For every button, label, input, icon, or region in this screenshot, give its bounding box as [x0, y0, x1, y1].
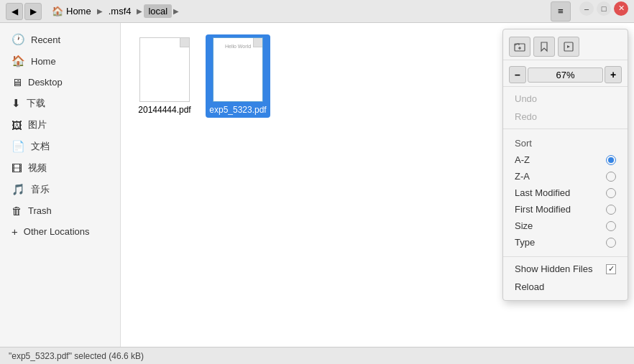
- zoom-level: 67%: [528, 67, 603, 83]
- sort-type-label: Type: [515, 237, 535, 248]
- home-sidebar-icon: 🏠: [12, 55, 25, 67]
- sort-section: Sort A-Z Z-A Last Modified First Modifi: [503, 132, 628, 253]
- bookmark-icon-button[interactable]: [533, 37, 555, 57]
- home-icon: 🏠: [52, 6, 63, 17]
- sort-option-first-mod[interactable]: First Modified: [503, 201, 628, 218]
- sort-za-label: Z-A: [515, 171, 530, 182]
- sort-last-mod-radio: [606, 188, 616, 198]
- sidebar-label-home: Home: [31, 56, 56, 67]
- sidebar-label-pictures: 图片: [28, 118, 47, 131]
- sidebar-item-recent[interactable]: 🕐 Recent: [0, 29, 120, 50]
- forward-button[interactable]: ▶: [24, 3, 42, 20]
- sidebar-label-downloads: 下载: [27, 97, 45, 110]
- menu-separator-2: [503, 256, 628, 257]
- sort-az-radio-inner: [608, 157, 614, 163]
- sidebar-label-other: Other Locations: [24, 226, 90, 237]
- pictures-icon: 🖼: [12, 119, 22, 131]
- file-thumbnail: [139, 37, 190, 102]
- status-text: "exp5_5323.pdf" selected (46.6 kB): [9, 351, 144, 361]
- sort-option-za[interactable]: Z-A: [503, 168, 628, 185]
- sort-type-radio: [606, 238, 616, 248]
- redo-menu-item[interactable]: Redo: [503, 108, 628, 126]
- menu-separator-1: [503, 129, 628, 129]
- sidebar-item-documents[interactable]: 📄 文档: [0, 136, 120, 157]
- sort-az-label: A-Z: [515, 154, 530, 165]
- sort-size-radio: [606, 221, 616, 231]
- file-item-selected[interactable]: Hello World exp5_5323.pdf: [206, 34, 270, 118]
- menu-toolbar: [503, 34, 628, 60]
- minimize-button[interactable]: –: [579, 1, 594, 16]
- sidebar-item-downloads[interactable]: ⬇ 下载: [0, 93, 120, 114]
- sidebar: 🕐 Recent 🏠 Home 🖥 Desktop ⬇ 下载 🖼 图片 📄 文档…: [0, 23, 121, 347]
- breadcrumb-local-label: local: [148, 6, 167, 17]
- new-folder-icon: [514, 41, 525, 52]
- sidebar-label-videos: 视频: [28, 162, 47, 174]
- sidebar-item-desktop[interactable]: 🖥 Desktop: [0, 72, 120, 93]
- sidebar-label-documents: 文档: [31, 140, 50, 153]
- breadcrumb: 🏠 Home ▶ .msf4 ▶ local ▶: [47, 4, 179, 18]
- sort-option-last-mod[interactable]: Last Modified: [503, 185, 628, 201]
- sort-first-mod-radio: [606, 205, 616, 215]
- file-content-preview: Hello World: [225, 41, 251, 49]
- bookmark-icon: [538, 41, 550, 52]
- hamburger-menu-button[interactable]: ≡: [551, 1, 571, 22]
- zoom-row: – 67% +: [503, 63, 628, 87]
- sidebar-item-pictures[interactable]: 🖼 图片: [0, 114, 120, 136]
- sort-option-size[interactable]: Size: [503, 218, 628, 234]
- nav-buttons: ◀ ▶: [6, 3, 42, 20]
- breadcrumb-sep1: ▶: [97, 7, 103, 15]
- breadcrumb-sep2: ▶: [137, 7, 142, 15]
- videos-icon: 🎞: [12, 162, 22, 174]
- open-with-icon-button[interactable]: [558, 37, 579, 57]
- sort-size-label: Size: [515, 220, 533, 231]
- zoom-in-button[interactable]: +: [605, 66, 622, 83]
- sidebar-item-music[interactable]: 🎵 音乐: [0, 179, 120, 200]
- sidebar-item-other[interactable]: + Other Locations: [0, 221, 120, 242]
- sidebar-label-desktop: Desktop: [28, 77, 63, 88]
- breadcrumb-home[interactable]: 🏠 Home: [47, 4, 96, 18]
- maximize-button[interactable]: □: [597, 1, 611, 16]
- sort-az-radio: [606, 155, 616, 165]
- file-item[interactable]: 20144444.pdf: [132, 34, 197, 118]
- status-bar: "exp5_5323.pdf" selected (46.6 kB): [0, 347, 634, 364]
- sidebar-item-videos[interactable]: 🎞 视频: [0, 157, 120, 179]
- new-folder-icon-button[interactable]: [509, 37, 530, 57]
- sort-option-type[interactable]: Type: [503, 234, 628, 251]
- documents-icon: 📄: [12, 140, 25, 153]
- zoom-out-button[interactable]: –: [509, 66, 526, 83]
- downloads-icon: ⬇: [12, 97, 21, 110]
- breadcrumb-local[interactable]: local: [144, 4, 172, 18]
- breadcrumb-msf4-label: .msf4: [109, 6, 132, 17]
- main-layout: 🕐 Recent 🏠 Home 🖥 Desktop ⬇ 下载 🖼 图片 📄 文档…: [0, 23, 634, 347]
- file-thumbnail-selected: Hello World: [213, 37, 263, 102]
- trash-icon: 🗑: [12, 205, 22, 217]
- back-button[interactable]: ◀: [6, 3, 23, 20]
- sidebar-item-trash[interactable]: 🗑 Trash: [0, 200, 120, 221]
- show-hidden-checkbox[interactable]: ✓: [606, 264, 616, 274]
- title-bar: ◀ ▶ 🏠 Home ▶ .msf4 ▶ local ▶ ≡ – □ ✕: [0, 0, 634, 23]
- breadcrumb-home-label: Home: [66, 6, 91, 17]
- other-icon: +: [12, 225, 18, 238]
- sort-za-radio: [606, 172, 616, 182]
- close-button[interactable]: ✕: [614, 1, 628, 16]
- show-hidden-label: Show Hidden Files: [515, 263, 592, 274]
- sort-option-az[interactable]: A-Z: [503, 151, 628, 168]
- sidebar-label-trash: Trash: [28, 205, 52, 216]
- open-with-icon: [563, 41, 574, 52]
- sidebar-label-recent: Recent: [31, 34, 60, 45]
- breadcrumb-msf4[interactable]: .msf4: [104, 4, 136, 18]
- sort-last-mod-label: Last Modified: [515, 187, 570, 198]
- file-name-selected: exp5_5323.pdf: [209, 105, 266, 115]
- breadcrumb-sep3: ▶: [173, 7, 179, 15]
- sidebar-item-home[interactable]: 🏠 Home: [0, 50, 120, 72]
- file-name: 20144444.pdf: [138, 105, 190, 115]
- file-area[interactable]: 20144444.pdf Hello World exp5_5323.pdf: [121, 23, 634, 347]
- sort-heading: Sort: [503, 135, 628, 151]
- desktop-icon: 🖥: [12, 76, 22, 88]
- undo-menu-item[interactable]: Undo: [503, 90, 628, 108]
- show-hidden-files-item[interactable]: Show Hidden Files ✓: [503, 260, 628, 278]
- recent-icon: 🕐: [12, 33, 25, 46]
- sort-first-mod-label: First Modified: [515, 204, 571, 215]
- window-controls: ≡ – □ ✕: [551, 1, 628, 22]
- reload-menu-item[interactable]: Reload: [503, 278, 628, 296]
